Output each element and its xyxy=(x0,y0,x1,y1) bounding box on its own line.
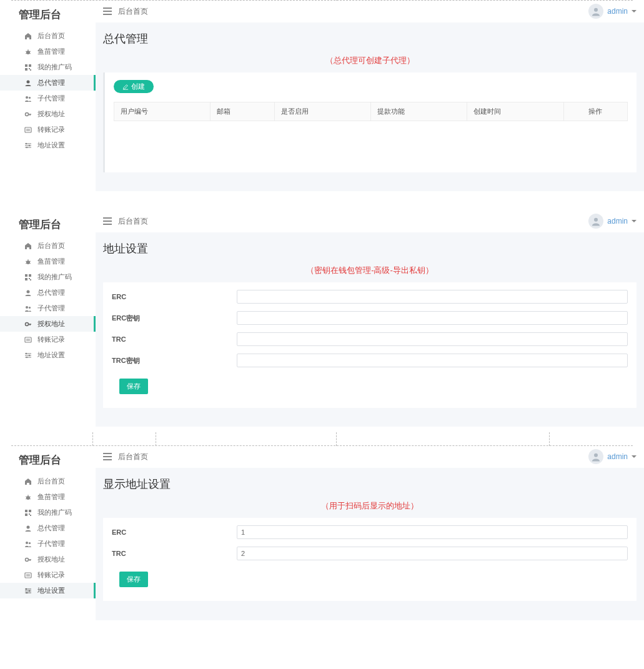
sidebar-item-sub-agent[interactable]: 子代管理 xyxy=(0,91,96,106)
username: admin xyxy=(607,7,628,16)
sidebar-item-label: 后台首页 xyxy=(37,241,65,250)
sidebar-item-auth-address[interactable]: 授权地址 xyxy=(0,316,96,332)
breadcrumb[interactable]: 后台首页 xyxy=(118,452,148,462)
input-erc-key[interactable] xyxy=(237,311,628,325)
panel-address-settings: 管理后台 后台首页 鱼苗管理 我的推广码 总代管理 子代管理 授权地址 转账记录… xyxy=(0,210,644,427)
label-trc: TRC xyxy=(112,335,237,343)
qrcode-icon xyxy=(24,508,32,517)
brand-title: 管理后台 xyxy=(0,214,96,238)
person-icon xyxy=(24,289,32,297)
sidebar-item-auth-address[interactable]: 授权地址 xyxy=(0,106,96,122)
content-card: 创建 用户编号 邮箱 是否启用 提款功能 创建时间 操作 xyxy=(103,72,637,172)
breadcrumb[interactable]: 后台首页 xyxy=(118,6,148,17)
sidebar: 管理后台 后台首页 鱼苗管理 我的推广码 总代管理 子代管理 授权地址 转账记录… xyxy=(0,0,96,191)
form-row-erc: ERC xyxy=(112,525,628,539)
sidebar-item-home[interactable]: 后台首页 xyxy=(0,473,96,489)
sidebar-item-transfer-log[interactable]: 转账记录 xyxy=(0,332,96,347)
sidebar-item-label: 授权地址 xyxy=(37,319,65,329)
list-icon xyxy=(24,571,32,580)
sidebar-item-label: 总代管理 xyxy=(37,288,65,297)
input-erc[interactable] xyxy=(237,525,628,539)
breadcrumb[interactable]: 后台首页 xyxy=(118,216,148,227)
input-trc-key[interactable] xyxy=(237,354,628,367)
bug-icon xyxy=(24,493,32,502)
user-menu[interactable]: admin xyxy=(588,449,637,464)
home-icon xyxy=(24,242,32,250)
user-menu[interactable]: admin xyxy=(588,4,637,19)
input-trc[interactable] xyxy=(237,547,628,560)
content-card: ERC TRC 保存 xyxy=(103,518,637,601)
label-trc-key: TRC密钥 xyxy=(112,356,237,365)
sidebar-item-fish[interactable]: 鱼苗管理 xyxy=(0,254,96,269)
menu-toggle-icon[interactable] xyxy=(103,7,112,15)
list-icon xyxy=(24,126,32,134)
sidebar-item-label: 授权地址 xyxy=(37,555,65,564)
sidebar-item-address-settings[interactable]: 地址设置 xyxy=(0,583,96,598)
col-withdraw: 提款功能 xyxy=(370,102,467,121)
topbar: 后台首页 admin xyxy=(96,445,644,468)
user-menu[interactable]: admin xyxy=(588,214,637,229)
save-button[interactable]: 保存 xyxy=(119,379,148,394)
username: admin xyxy=(607,452,628,461)
bug-icon xyxy=(24,257,32,266)
sidebar-item-label: 鱼苗管理 xyxy=(37,47,65,56)
sidebar-item-home[interactable]: 后台首页 xyxy=(0,28,96,44)
create-button[interactable]: 创建 xyxy=(114,80,154,93)
sidebar-item-label: 我的推广码 xyxy=(37,272,72,282)
sidebar-item-sub-agent[interactable]: 子代管理 xyxy=(0,536,96,552)
save-button[interactable]: 保存 xyxy=(119,572,148,587)
settings-icon xyxy=(24,351,32,360)
label-erc: ERC xyxy=(112,293,237,300)
agent-table: 用户编号 邮箱 是否启用 提款功能 创建时间 操作 xyxy=(114,102,628,121)
chevron-down-icon xyxy=(632,220,637,222)
label-erc: ERC xyxy=(112,528,237,536)
sidebar-item-label: 总代管理 xyxy=(37,78,65,87)
sidebar-item-label: 我的推广码 xyxy=(37,508,72,517)
col-actions: 操作 xyxy=(563,102,627,121)
sidebar-item-sub-agent[interactable]: 子代管理 xyxy=(0,300,96,316)
input-trc[interactable] xyxy=(237,332,628,346)
sidebar-item-home[interactable]: 后台首页 xyxy=(0,238,96,254)
decorative-dashes xyxy=(11,445,633,446)
page-title: 显示地址设置 xyxy=(103,477,637,492)
avatar xyxy=(588,4,603,19)
sidebar-item-master-agent[interactable]: 总代管理 xyxy=(0,285,96,300)
sidebar: 管理后台 后台首页 鱼苗管理 我的推广码 总代管理 子代管理 授权地址 转账记录… xyxy=(0,210,96,427)
topbar: 后台首页 admin xyxy=(96,210,644,232)
sidebar-item-label: 鱼苗管理 xyxy=(37,257,65,266)
sidebar-item-fish[interactable]: 鱼苗管理 xyxy=(0,44,96,59)
col-created: 创建时间 xyxy=(467,102,563,121)
menu-toggle-icon[interactable] xyxy=(103,453,112,460)
sidebar-item-transfer-log[interactable]: 转账记录 xyxy=(0,122,96,137)
chevron-down-icon xyxy=(632,10,637,12)
sidebar-item-label: 后台首页 xyxy=(37,31,65,41)
sidebar-item-master-agent[interactable]: 总代管理 xyxy=(0,75,96,91)
sidebar-item-address-settings[interactable]: 地址设置 xyxy=(0,347,96,363)
panel-agent-management: 管理后台 后台首页 鱼苗管理 我的推广码 总代管理 子代管理 授权地址 转账记录… xyxy=(0,0,644,191)
col-email: 邮箱 xyxy=(211,102,274,121)
username: admin xyxy=(607,217,628,225)
page-title: 地址设置 xyxy=(103,241,637,256)
form-row-trc: TRC xyxy=(112,547,628,560)
sidebar-item-master-agent[interactable]: 总代管理 xyxy=(0,520,96,536)
sidebar-item-label: 子代管理 xyxy=(37,304,65,313)
home-icon xyxy=(24,477,32,486)
sidebar: 管理后台 后台首页 鱼苗管理 我的推广码 总代管理 子代管理 授权地址 转账记录… xyxy=(0,445,96,620)
menu-toggle-icon[interactable] xyxy=(103,217,112,225)
person-icon xyxy=(24,79,32,87)
avatar xyxy=(588,214,603,229)
sidebar-item-promocode[interactable]: 我的推广码 xyxy=(0,505,96,520)
sidebar-item-fish[interactable]: 鱼苗管理 xyxy=(0,489,96,505)
hint-text: （密钥在钱包管理-高级-导出私钥） xyxy=(103,265,637,276)
settings-icon xyxy=(24,141,32,150)
sidebar-item-transfer-log[interactable]: 转账记录 xyxy=(0,567,96,583)
sidebar-item-auth-address[interactable]: 授权地址 xyxy=(0,552,96,567)
sidebar-item-promocode[interactable]: 我的推广码 xyxy=(0,269,96,285)
sidebar-item-address-settings[interactable]: 地址设置 xyxy=(0,137,96,153)
people-icon xyxy=(24,304,32,313)
col-user-id: 用户编号 xyxy=(114,102,211,121)
people-icon xyxy=(24,540,32,548)
input-erc[interactable] xyxy=(237,290,628,304)
panel-display-address-settings: 管理后台 后台首页 鱼苗管理 我的推广码 总代管理 子代管理 授权地址 转账记录… xyxy=(0,445,644,620)
sidebar-item-promocode[interactable]: 我的推广码 xyxy=(0,59,96,75)
